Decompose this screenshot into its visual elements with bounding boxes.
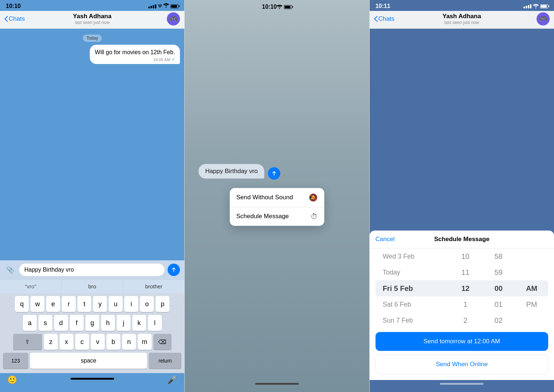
picker-container[interactable]: Tue 2 Feb Wed 3 Feb Today Fri 5 Feb Sat …: [370, 248, 554, 328]
message-meta-1: 10:05 AM ✓: [95, 57, 175, 62]
contact-name-1: Yash Adhana: [73, 13, 112, 20]
menu-item-send-without-sound[interactable]: Send Without Sound 🔕: [230, 188, 324, 207]
message-bubble-1: Will go for movies on 12th Feb. 10:05 AM…: [90, 45, 180, 64]
key-delete[interactable]: ⌫: [153, 334, 172, 350]
menu-label-1: Schedule Message: [236, 213, 289, 220]
key-return[interactable]: return: [149, 353, 181, 369]
picker-hour-2: 11: [449, 264, 482, 280]
screen2-send-button[interactable]: [268, 167, 280, 180]
key-b[interactable]: b: [107, 334, 120, 350]
key-p[interactable]: p: [156, 296, 169, 312]
cancel-button[interactable]: Cancel: [376, 236, 395, 243]
picker-min-2: 59: [482, 264, 515, 280]
mic-icon[interactable]: 🎤: [167, 375, 177, 385]
message-time-1: 10:05 AM: [153, 57, 170, 62]
picker-hour-5: 2: [449, 312, 482, 328]
key-v[interactable]: v: [91, 334, 105, 350]
key-w[interactable]: w: [31, 296, 44, 312]
key-g[interactable]: g: [85, 315, 99, 331]
message-input-1[interactable]: Happy Birthday vro: [19, 263, 165, 276]
key-s[interactable]: s: [39, 315, 52, 331]
status-bar-1: 10:10 𝚿: [0, 0, 184, 11]
screen2-message-bubble: Happy Birthday vro: [198, 164, 264, 179]
key-k[interactable]: k: [132, 315, 146, 331]
picker-date-col: Tue 2 Feb Wed 3 Feb Today Fri 5 Feb Sat …: [376, 248, 449, 328]
picker-date-1: Wed 3 Feb: [383, 248, 449, 264]
time-2: 10:10: [262, 4, 277, 10]
signal-icon-3: [523, 4, 531, 8]
keyboard-bottom: 123 space return: [1, 353, 183, 372]
chat-area-3: [370, 29, 554, 231]
key-numbers[interactable]: 123: [3, 353, 28, 369]
picker-min-3: 00: [482, 280, 515, 296]
home-indicator-2: [255, 383, 299, 385]
key-j[interactable]: j: [117, 315, 131, 331]
message-text-1: Will go for movies on 12th Feb.: [95, 48, 175, 56]
key-h[interactable]: h: [101, 315, 115, 331]
key-q[interactable]: q: [15, 296, 29, 312]
picker-hour-4: 1: [449, 296, 482, 312]
status-bar-3: 10:11: [370, 0, 554, 11]
key-shift[interactable]: ⇧: [13, 334, 42, 350]
key-e[interactable]: e: [46, 296, 60, 312]
avatar-1[interactable]: 🎮: [167, 12, 180, 25]
emoji-icon[interactable]: 🙂: [7, 375, 17, 385]
key-c[interactable]: c: [75, 334, 89, 350]
battery-icon-3: [540, 4, 548, 8]
key-u[interactable]: u: [109, 296, 123, 312]
menu-label-0: Send Without Sound: [236, 194, 293, 201]
battery-icon-1: [170, 4, 178, 8]
picker-hour-col: 9 10 11 12 1 2 3: [449, 248, 482, 328]
nav-center-3: Yash Adhana last seen just now: [442, 13, 481, 25]
chat-area-1: Today Will go for movies on 12th Feb. 10…: [0, 29, 184, 260]
suggestion-2[interactable]: brother: [123, 280, 184, 293]
send-button-1[interactable]: [168, 264, 180, 276]
schedule-send-button[interactable]: Send tomorrow at 12:00 AM: [376, 332, 548, 351]
avatar-3[interactable]: 🎮: [537, 12, 550, 25]
schedule-title: Schedule Message: [434, 236, 489, 243]
key-o[interactable]: o: [140, 296, 154, 312]
picker-hour-3: 12: [449, 280, 482, 296]
key-row-2: a s d f g h j k l: [1, 315, 183, 331]
picker-ampm-1: [515, 248, 548, 264]
back-label-1: Chats: [9, 15, 25, 23]
menu-icon-1: ⏱: [310, 212, 318, 221]
suggestion-1[interactable]: bro: [61, 280, 123, 293]
schedule-online-button[interactable]: Send When Online: [376, 355, 548, 374]
key-d[interactable]: d: [54, 315, 68, 331]
key-r[interactable]: r: [62, 296, 76, 312]
status-icons-1: 𝚿: [148, 3, 179, 9]
key-x[interactable]: x: [60, 334, 73, 350]
key-t[interactable]: t: [77, 296, 91, 312]
key-z[interactable]: z: [44, 334, 58, 350]
key-f[interactable]: f: [70, 315, 84, 331]
home-indicator-3: [440, 383, 483, 385]
picker-ampm-5: [515, 312, 548, 328]
back-label-3: Chats: [378, 15, 394, 23]
picker-min-1: 58: [482, 248, 515, 264]
suggestion-0[interactable]: "vro": [0, 280, 61, 293]
contact-name-3: Yash Adhana: [442, 13, 481, 20]
nav-bar-3: Chats Yash Adhana last seen just now 🎮: [370, 11, 554, 29]
picker-date-2: Today: [383, 264, 449, 280]
menu-item-schedule-message[interactable]: Schedule Message ⏱: [230, 207, 324, 226]
key-space[interactable]: space: [30, 353, 147, 369]
key-i[interactable]: i: [124, 296, 138, 312]
picker-ampm-2: [515, 264, 548, 280]
back-button-1[interactable]: Chats: [4, 15, 25, 23]
key-n[interactable]: n: [122, 334, 136, 350]
status-bar-2: 10:10: [256, 0, 298, 11]
nav-center-1: Yash Adhana last seen just now: [73, 13, 112, 25]
key-l[interactable]: l: [148, 315, 162, 331]
back-button-3[interactable]: Chats: [374, 15, 394, 23]
attach-button[interactable]: 📎: [4, 264, 16, 276]
key-a[interactable]: a: [23, 315, 37, 331]
key-m[interactable]: m: [138, 334, 152, 350]
home-indicator-1: [71, 378, 114, 380]
key-y[interactable]: y: [93, 296, 107, 312]
time-1: 10:10: [6, 3, 21, 9]
menu-icon-0: 🔕: [309, 193, 318, 202]
battery-icon-2: [284, 5, 292, 9]
picker-date-3: Fri 5 Feb: [383, 280, 449, 296]
picker-min-5: 02: [482, 312, 515, 328]
